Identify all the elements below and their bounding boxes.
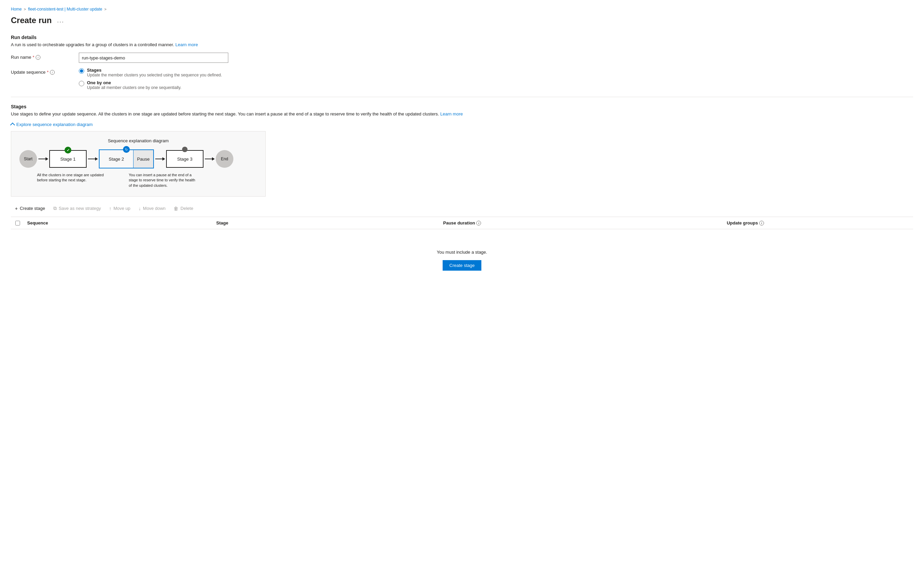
page-title: Create run [11,16,52,25]
delete-button[interactable]: 🗑 Delete [170,204,197,213]
run-name-label-container: Run name * i [11,52,79,60]
breadcrumb: Home > fleet-consistent-test | Multi-clu… [11,7,913,12]
stage3-label: Stage 3 [177,157,193,162]
table-col-sequence: Sequence [24,220,214,226]
update-sequence-label: Update sequence [11,70,45,75]
page-title-row: Create run ... [11,16,913,25]
start-circle: Start [20,150,37,168]
stages-toolbar: + Create stage ⧉ Save as new strategy ↑ … [11,203,913,217]
arrow-stage3-end [204,159,216,159]
update-sequence-required: * [47,70,49,75]
one-by-one-radio-input[interactable] [79,81,84,86]
pause-duration-info-icon[interactable]: i [476,221,481,226]
copy-icon: ⧉ [53,205,57,211]
run-details-section: Run details A run is used to orchestrate… [11,34,913,90]
empty-state-message: You must include a stage. [437,250,487,255]
run-name-input[interactable] [79,52,228,63]
table-col-checkbox [11,221,24,226]
stage3-node: Stage 3 [166,150,204,168]
expand-diagram-link[interactable]: Explore sequence explanation diagram [11,122,913,127]
run-name-label: Run name [11,55,31,60]
stages-radio-text: Stages Update the member clusters you se… [87,67,222,78]
end-circle: End [216,150,233,168]
stage2-node: ↻ Stage 2 Pause [99,150,154,168]
one-by-one-radio-desc: Update all member clusters one by one se… [87,85,182,90]
update-sequence-row: Update sequence * i Stages Update the me… [11,67,913,90]
move-up-button[interactable]: ↑ Move up [105,204,135,213]
run-details-learn-more[interactable]: Learn more [175,42,198,47]
table-col-stage: Stage [214,220,441,226]
run-details-description: A run is used to orchestrate upgrades fo… [11,42,913,47]
pause-duration-label: Pause duration [443,220,475,226]
update-groups-label: Update groups [727,220,758,226]
expand-diagram-label: Explore sequence explanation diagram [16,122,93,127]
diagram-flow: Start ✓ Stage 1 ↻ [20,150,257,168]
arrow-line-1 [38,159,48,159]
run-name-required: * [33,55,34,60]
pause-box: Pause [134,150,153,168]
delete-label: Delete [180,206,193,211]
stage1-node: ✓ Stage 1 [49,150,87,168]
stages-radio-option[interactable]: Stages Update the member clusters you se… [79,67,222,78]
run-name-row: Run name * i [11,52,913,63]
breadcrumb-sep1: > [24,7,26,11]
diagram-title: Sequence explanation diagram [20,138,257,143]
update-sequence-label-container: Update sequence * i [11,67,79,75]
stage2-box: Stage 2 [99,150,134,168]
run-details-desc-text: A run is used to orchestrate upgrades fo… [11,42,174,47]
move-up-label: Move up [114,206,130,211]
stage1-label: Stage 1 [60,157,76,162]
stage2-refresh-icon: ↻ [123,146,130,153]
table-col-pause-duration: Pause duration i [441,220,724,226]
update-sequence-radio-group: Stages Update the member clusters you se… [79,67,222,90]
arrow-line-3 [155,159,165,159]
stages-section: Stages Use stages to define your update … [11,104,913,284]
create-stage-label: Create stage [20,206,45,211]
plus-icon: + [15,206,18,211]
more-options-button[interactable]: ... [55,16,66,25]
arrow-down-icon: ↓ [139,206,141,211]
update-groups-header: Update groups i [727,220,910,226]
update-groups-info-icon[interactable]: i [759,221,764,226]
table-header: Sequence Stage Pause duration i Update g… [11,217,913,229]
stages-description: Use stages to define your update sequenc… [11,111,913,117]
breadcrumb-fleet[interactable]: fleet-consistent-test | Multi-cluster up… [28,7,102,12]
select-all-checkbox[interactable] [15,221,20,226]
one-by-one-radio-text: One by one Update all member clusters on… [87,80,182,90]
empty-state: You must include a stage. Create stage [11,229,913,284]
breadcrumb-home[interactable]: Home [11,7,22,12]
stage1-check-icon: ✓ [64,147,71,154]
one-by-one-radio-label: One by one [87,80,182,85]
arrow-line-2 [88,159,98,159]
stages-learn-more[interactable]: Learn more [440,111,463,117]
table-col-update-groups: Update groups i [724,220,913,226]
chevron-up-icon [10,122,15,127]
create-stage-empty-button[interactable]: Create stage [442,260,482,271]
start-node: Start [20,150,37,168]
create-stage-toolbar-button[interactable]: + Create stage [11,204,49,213]
pause-duration-header: Pause duration i [443,220,722,226]
breadcrumb-sep2: > [104,7,106,11]
arrow-start-stage1 [37,159,49,159]
stage3-box: Stage 3 [166,150,204,168]
stage3-dot-icon [182,147,188,152]
one-by-one-radio-option[interactable]: One by one Update all member clusters on… [79,80,222,90]
save-as-strategy-button[interactable]: ⧉ Save as new strategy [49,203,105,213]
arrow-line-4 [205,159,214,159]
diagram-label-1: All the clusters in one stage are update… [37,172,115,188]
move-down-button[interactable]: ↓ Move down [135,204,170,213]
end-node: End [216,150,233,168]
sequence-diagram-box: Sequence explanation diagram Start ✓ Sta… [11,131,266,197]
diagram-labels: All the clusters in one stage are update… [20,172,257,188]
stages-desc-text: Use stages to define your update sequenc… [11,111,439,117]
arrow-stage1-stage2 [87,159,99,159]
end-label: End [221,157,228,161]
start-label: Start [24,157,32,161]
stages-radio-input[interactable] [79,68,84,74]
update-sequence-info-icon[interactable]: i [50,70,55,75]
delete-icon: 🗑 [174,206,178,211]
arrow-up-icon: ↑ [109,206,111,211]
move-down-label: Move down [143,206,165,211]
stages-title: Stages [11,104,913,109]
run-name-info-icon[interactable]: i [36,55,40,60]
